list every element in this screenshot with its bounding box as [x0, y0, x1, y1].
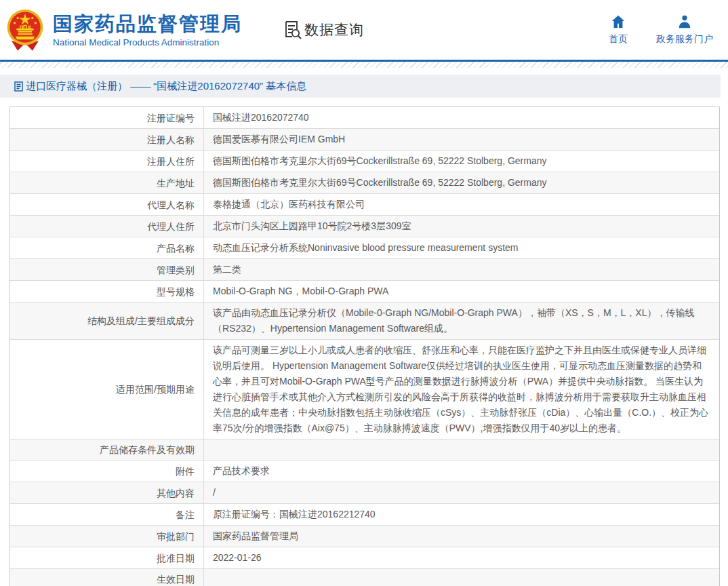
field-label: 注册人名称 [10, 129, 204, 150]
table-row: 审批部门国家药品监督管理局 [10, 526, 719, 547]
table-row: 注册证编号国械注进20162072740 [10, 107, 719, 129]
field-label: 附件 [10, 461, 204, 482]
field-value: 国械注进20162072740 [204, 107, 719, 128]
field-label: 备注 [10, 504, 204, 525]
field-label: 产品储存条件及有效期 [10, 440, 204, 460]
field-value: 动态血压记录分析系统Noninvasive blood pressure mea… [204, 237, 719, 258]
nav-portal[interactable]: 政务服务门户 [656, 14, 713, 45]
table-row: 型号规格Mobil-O-Graph NG，Mobil-O-Graph PWA [10, 281, 719, 302]
page-icon [14, 81, 23, 92]
national-emblem-icon[interactable] [5, 9, 45, 51]
field-value: 2022-01-26 [204, 547, 719, 568]
field-value: Mobil-O-Graph NG，Mobil-O-Graph PWA [204, 281, 719, 302]
field-label: 其他内容 [10, 482, 204, 503]
field-label: 生效日期 [10, 569, 204, 586]
table-row: 产品名称动态血压记录分析系统Noninvasive blood pressure… [10, 237, 719, 259]
field-label: 注册人住所 [10, 151, 204, 172]
table-row: 注册人名称德国爱医慕有限公司IEM GmbH [10, 129, 719, 151]
field-label: 批准日期 [10, 547, 204, 568]
site-title: 国家药品监督管理局 [53, 12, 242, 35]
table-row: 附件产品技术要求 [10, 461, 719, 482]
field-label: 代理人名称 [10, 194, 204, 215]
field-value [204, 569, 719, 586]
table-row: 生产地址德国斯图伯格市考克里尔大街69号Cockerillstraße 69, … [10, 172, 719, 194]
field-value: 原注册证编号：国械注进20162212740 [204, 504, 719, 525]
data-query-tab[interactable]: 数据查询 [284, 20, 364, 39]
field-value: 德国爱医慕有限公司IEM GmbH [204, 129, 719, 150]
table-row: 代理人名称泰格捷通（北京）医药科技有限公司 [10, 194, 719, 216]
table-row: 批准日期2022-01-26 [10, 547, 719, 569]
field-value: 德国斯图伯格市考克里尔大街69号Cockerillstraße 69, 5222… [204, 151, 719, 172]
site-header: 国家药品监督管理局 National Medical Products Admi… [0, 0, 728, 60]
field-value: 北京市门头沟区上园路甲10号院2号楼3层309室 [204, 216, 719, 237]
registration-info-table: 注册证编号国械注进20162072740 注册人名称德国爱医慕有限公司IEM G… [9, 106, 720, 586]
document-search-icon [284, 20, 302, 39]
field-label: 产品名称 [10, 237, 204, 258]
field-value: / [204, 482, 719, 503]
field-value: 该产品由动态血压记录分析仪（Mobile-0-Graph NG/Mobil-O-… [204, 302, 719, 339]
field-label: 注册证编号 [10, 107, 204, 128]
field-label: 代理人住所 [10, 216, 204, 237]
field-value [204, 440, 719, 460]
table-row: 结构及组成/主要组成成分该产品由动态血压记录分析仪（Mobile-0-Graph… [10, 302, 719, 340]
field-value: 国家药品监督管理局 [204, 526, 719, 547]
breadcrumb-bar: 进口医疗器械（注册） —— “国械注进20162072740” 基本信息 [0, 75, 721, 98]
field-label: 管理类别 [10, 259, 204, 280]
field-label: 型号规格 [10, 281, 204, 302]
nav-home-label: 首页 [609, 33, 628, 45]
field-value: 泰格捷通（北京）医药科技有限公司 [204, 194, 719, 215]
field-value: 该产品可测量三岁以上小儿或成人患者的收缩压、舒张压和心率，只能在医疗监护之下并且… [204, 340, 719, 439]
user-icon [677, 14, 692, 29]
table-row: 其他内容/ [10, 482, 719, 504]
header-divider-hatch [0, 62, 728, 68]
table-row: 代理人住所北京市门头沟区上园路甲10号院2号楼3层309室 [10, 216, 719, 237]
field-label: 审批部门 [10, 526, 204, 547]
header-nav: 首页 政务服务门户 [609, 14, 713, 45]
nav-home[interactable]: 首页 [609, 14, 628, 45]
nav-portal-label: 政务服务门户 [656, 33, 713, 45]
table-row: 适用范围/预期用途该产品可测量三岁以上小儿或成人患者的收缩压、舒张压和心率，只能… [10, 340, 719, 440]
table-row: 产品储存条件及有效期 [10, 440, 719, 461]
field-value: 第二类 [204, 259, 719, 280]
field-label: 结构及组成/主要组成成分 [10, 302, 204, 339]
table-row: 生效日期 [10, 569, 719, 586]
field-value: 产品技术要求 [204, 461, 719, 482]
data-query-label: 数据查询 [304, 20, 364, 39]
table-row: 备注原注册证编号：国械注进20162212740 [10, 504, 719, 526]
field-label: 生产地址 [10, 172, 204, 193]
home-icon [611, 14, 626, 29]
field-label: 适用范围/预期用途 [10, 340, 204, 439]
field-value: 德国斯图伯格市考克里尔大街69号Cockerillstraße 69, 5222… [204, 172, 719, 193]
breadcrumb-text[interactable]: 进口医疗器械（注册） —— “国械注进20162072740” 基本信息 [26, 80, 306, 93]
table-row: 注册人住所德国斯图伯格市考克里尔大街69号Cockerillstraße 69,… [10, 151, 719, 172]
table-row: 管理类别第二类 [10, 259, 719, 281]
site-subtitle: National Medical Products Administration [53, 37, 242, 47]
site-title-block[interactable]: 国家药品监督管理局 National Medical Products Admi… [53, 12, 242, 47]
